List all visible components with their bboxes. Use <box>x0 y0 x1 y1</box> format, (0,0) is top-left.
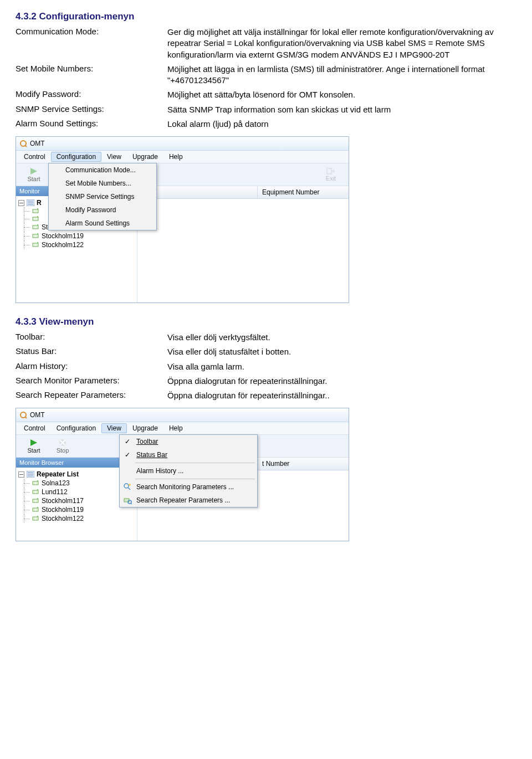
tree-root-label: Repeater List <box>37 470 79 478</box>
col-equipment-number[interactable]: Equipment Number <box>258 186 349 198</box>
tree-item[interactable]: Lund112 <box>18 488 135 496</box>
def-row: Status Bar: Visa eller dölj statusfältet… <box>16 346 516 357</box>
repeater-icon <box>32 216 39 222</box>
menu-configuration[interactable]: Configuration <box>51 423 101 433</box>
dd-statusbar-label: Status Bar <box>136 451 167 459</box>
repeater-icon <box>32 489 39 495</box>
svg-rect-11 <box>33 225 38 229</box>
dd-search-monitoring[interactable]: Search Monitoring Parameters ... <box>120 480 257 494</box>
repeater-icon <box>32 515 39 522</box>
svg-point-16 <box>37 242 38 243</box>
svg-point-10 <box>37 216 38 217</box>
def-row: Set Mobile Numbers: Möjlighet att lägga … <box>16 64 516 86</box>
list-icon <box>27 471 34 478</box>
dd-search-repeater[interactable]: Search Repeater Parameters ... <box>120 494 257 507</box>
svg-marker-1 <box>30 168 37 175</box>
exit-icon <box>326 167 336 175</box>
col-equipment-number[interactable]: t Number <box>258 458 349 470</box>
repeater-icon <box>32 208 39 214</box>
menu-help[interactable]: Help <box>163 152 188 162</box>
repeater-icon <box>32 506 39 513</box>
stop-button[interactable]: Stop <box>48 437 77 455</box>
view-dropdown: ✓ Toolbar ✓ Status Bar Alarm History ...… <box>119 434 258 507</box>
start-button[interactable]: Start <box>19 437 48 455</box>
dd-alarm-history[interactable]: Alarm History ... <box>120 464 257 478</box>
search-params-icon <box>123 483 132 491</box>
def-value: Visa alla gamla larm. <box>167 361 516 372</box>
dd-toolbar-label: Toolbar <box>136 438 158 445</box>
check-icon: ✓ <box>123 437 132 446</box>
start-label: Start <box>27 176 40 182</box>
svg-point-19 <box>129 484 131 486</box>
collapse-icon[interactable] <box>18 471 24 478</box>
tree-item-label: Stockholm122 <box>42 515 84 522</box>
dd-modify-password[interactable]: Modify Password <box>49 203 156 217</box>
def-label: Set Mobile Numbers: <box>16 64 167 86</box>
tree-root[interactable]: Repeater List <box>18 470 135 479</box>
start-button[interactable]: Start <box>19 166 48 183</box>
grid: r ID Equipment Number <box>137 186 349 302</box>
definition-list-433: Toolbar: Visa eller dölj verktygsfältet.… <box>16 332 516 401</box>
def-label: Communication Mode: <box>16 27 167 60</box>
dd-statusbar[interactable]: ✓ Status Bar <box>120 448 257 461</box>
tree-item-label: Stockholm119 <box>42 232 84 240</box>
def-label: Alarm Sound Settings: <box>16 119 167 130</box>
dd-set-mobile-numbers[interactable]: Set Mobile Numbers... <box>49 177 156 190</box>
tree-item[interactable]: Stockholm122 <box>18 240 135 249</box>
def-value: Sätta SNMP Trap information som kan skic… <box>167 104 516 115</box>
svg-point-35 <box>37 498 38 499</box>
repeater-icon <box>32 242 39 248</box>
svg-point-18 <box>124 484 129 488</box>
dd-alarm-sound[interactable]: Alarm Sound Settings <box>49 217 156 230</box>
omt-window-view: OMT Control Configuration View Upgrade H… <box>16 408 349 541</box>
tree-item[interactable]: Solna123 <box>18 479 135 488</box>
tree-item[interactable]: Stockholm122 <box>18 514 135 523</box>
def-value: Öppna dialogrutan för repeaterinställnin… <box>167 376 516 387</box>
dd-srp-label: Search Repeater Parameters ... <box>136 496 230 504</box>
separator <box>135 463 255 463</box>
menu-upgrade[interactable]: Upgrade <box>127 152 163 162</box>
app-icon <box>19 411 27 419</box>
menu-control[interactable]: Control <box>18 152 51 162</box>
dd-toolbar[interactable]: ✓ Toolbar <box>120 435 257 448</box>
tree-item-label: Stockholm122 <box>42 241 84 249</box>
svg-marker-22 <box>30 439 37 446</box>
svg-rect-36 <box>33 508 38 511</box>
svg-point-12 <box>37 224 38 225</box>
collapse-icon[interactable] <box>18 200 24 206</box>
svg-rect-30 <box>33 481 38 485</box>
grid-body <box>137 199 349 299</box>
svg-point-33 <box>37 489 38 490</box>
tree-item[interactable]: Stockholm119 <box>18 232 135 240</box>
omt-window-config: OMT Control Configuration View Upgrade H… <box>16 136 349 303</box>
dd-snmp-settings[interactable]: SNMP Service Settings <box>49 190 156 203</box>
def-value: Visa eller dölj statusfältet i botten. <box>167 346 516 357</box>
tree-item[interactable]: Stockholm117 <box>18 496 135 505</box>
titlebar[interactable]: OMT <box>16 408 349 422</box>
menu-view[interactable]: View <box>101 423 127 433</box>
titlebar[interactable]: OMT <box>16 137 349 151</box>
svg-rect-38 <box>33 517 38 520</box>
def-value: Ger dig möjlighet att välja inställninga… <box>167 27 516 60</box>
start-label: Start <box>27 447 40 454</box>
app-icon <box>19 140 27 147</box>
tree-item[interactable]: Stockholm119 <box>18 505 135 514</box>
menu-view[interactable]: View <box>101 152 127 162</box>
menu-configuration[interactable]: Configuration <box>51 152 101 162</box>
dd-communication-mode[interactable]: Communication Mode... <box>49 163 156 177</box>
tree-item-label: Lund112 <box>42 488 68 496</box>
menu-upgrade[interactable]: Upgrade <box>127 423 163 433</box>
config-dropdown: Communication Mode... Set Mobile Numbers… <box>48 163 157 230</box>
tree-item-label: Stockholm119 <box>42 506 84 514</box>
menu-help[interactable]: Help <box>163 423 188 433</box>
check-icon: ✓ <box>123 450 132 459</box>
def-row: Alarm History: Visa alla gamla larm. <box>16 361 516 372</box>
play-icon <box>28 167 39 176</box>
separator <box>135 479 255 479</box>
def-row: Search Repeater Parameters: Öppna dialog… <box>16 390 516 401</box>
repeater-icon <box>32 498 39 504</box>
dd-smp-label: Search Monitoring Parameters ... <box>136 483 234 491</box>
menu-control[interactable]: Control <box>18 423 51 433</box>
tree-item-label: Stockholm117 <box>42 497 84 505</box>
exit-button[interactable]: Exit <box>316 166 345 183</box>
